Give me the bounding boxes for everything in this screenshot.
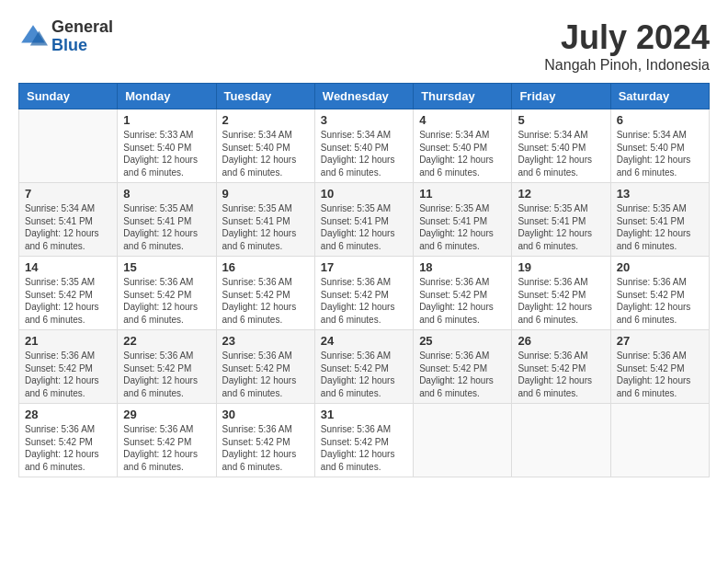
week-row-4: 21 Sunrise: 5:36 AM Sunset: 5:42 PM Dayl… — [19, 330, 710, 404]
day-number: 26 — [518, 334, 604, 348]
day-info: Sunrise: 5:34 AM Sunset: 5:40 PM Dayligh… — [518, 129, 604, 178]
day-number: 1 — [123, 113, 210, 127]
day-number: 22 — [123, 334, 210, 348]
day-number: 5 — [518, 113, 604, 127]
day-number: 24 — [321, 334, 407, 348]
col-thursday: Thursday — [414, 84, 512, 109]
calendar-table: Sunday Monday Tuesday Wednesday Thursday… — [18, 83, 710, 477]
header-row: Sunday Monday Tuesday Wednesday Thursday… — [19, 84, 710, 109]
col-wednesday: Wednesday — [314, 84, 413, 109]
day-info: Sunrise: 5:36 AM Sunset: 5:42 PM Dayligh… — [123, 276, 210, 326]
day-info: Sunrise: 5:36 AM Sunset: 5:42 PM Dayligh… — [123, 423, 210, 473]
day-number: 27 — [617, 334, 703, 348]
week-row-5: 28 Sunrise: 5:36 AM Sunset: 5:42 PM Dayl… — [19, 404, 710, 477]
calendar-cell: 28 Sunrise: 5:36 AM Sunset: 5:42 PM Dayl… — [19, 404, 118, 477]
day-info: Sunrise: 5:35 AM Sunset: 5:41 PM Dayligh… — [123, 202, 210, 252]
calendar-cell — [512, 404, 610, 477]
day-number: 7 — [25, 187, 111, 201]
day-info: Sunrise: 5:36 AM Sunset: 5:42 PM Dayligh… — [222, 423, 309, 473]
day-number: 12 — [518, 187, 604, 201]
calendar-cell: 3 Sunrise: 5:34 AM Sunset: 5:40 PM Dayli… — [314, 109, 413, 183]
calendar-cell: 23 Sunrise: 5:36 AM Sunset: 5:42 PM Dayl… — [216, 330, 314, 404]
calendar-cell: 17 Sunrise: 5:36 AM Sunset: 5:42 PM Dayl… — [314, 257, 413, 330]
day-number: 15 — [123, 260, 210, 274]
calendar-cell: 30 Sunrise: 5:36 AM Sunset: 5:42 PM Dayl… — [216, 404, 314, 477]
day-number: 23 — [222, 334, 309, 348]
calendar-cell: 31 Sunrise: 5:36 AM Sunset: 5:42 PM Dayl… — [314, 404, 413, 477]
day-info: Sunrise: 5:34 AM Sunset: 5:40 PM Dayligh… — [222, 129, 309, 178]
calendar-cell: 18 Sunrise: 5:36 AM Sunset: 5:42 PM Dayl… — [414, 257, 512, 330]
day-info: Sunrise: 5:33 AM Sunset: 5:40 PM Dayligh… — [123, 129, 210, 178]
month-year-title: July 2024 — [544, 18, 710, 57]
calendar-cell: 14 Sunrise: 5:35 AM Sunset: 5:42 PM Dayl… — [19, 257, 118, 330]
day-number: 19 — [518, 260, 604, 274]
calendar-cell — [414, 404, 512, 477]
calendar-cell: 19 Sunrise: 5:36 AM Sunset: 5:42 PM Dayl… — [512, 257, 610, 330]
calendar-cell: 15 Sunrise: 5:36 AM Sunset: 5:42 PM Dayl… — [118, 257, 216, 330]
day-info: Sunrise: 5:35 AM Sunset: 5:41 PM Dayligh… — [617, 202, 703, 252]
day-number: 20 — [617, 260, 703, 274]
week-row-1: 1 Sunrise: 5:33 AM Sunset: 5:40 PM Dayli… — [19, 109, 710, 183]
day-info: Sunrise: 5:36 AM Sunset: 5:42 PM Dayligh… — [419, 276, 506, 326]
calendar-cell: 9 Sunrise: 5:35 AM Sunset: 5:41 PM Dayli… — [216, 183, 314, 257]
day-info: Sunrise: 5:36 AM Sunset: 5:42 PM Dayligh… — [222, 276, 309, 326]
calendar-cell: 20 Sunrise: 5:36 AM Sunset: 5:42 PM Dayl… — [610, 257, 709, 330]
day-info: Sunrise: 5:36 AM Sunset: 5:42 PM Dayligh… — [123, 350, 210, 399]
day-number: 9 — [222, 187, 309, 201]
day-info: Sunrise: 5:36 AM Sunset: 5:42 PM Dayligh… — [518, 276, 604, 326]
day-number: 30 — [222, 408, 309, 421]
calendar-cell: 22 Sunrise: 5:36 AM Sunset: 5:42 PM Dayl… — [118, 330, 216, 404]
day-number: 4 — [419, 113, 506, 127]
day-info: Sunrise: 5:36 AM Sunset: 5:42 PM Dayligh… — [419, 350, 506, 399]
col-saturday: Saturday — [610, 84, 709, 109]
calendar-cell: 25 Sunrise: 5:36 AM Sunset: 5:42 PM Dayl… — [414, 330, 512, 404]
calendar-cell: 8 Sunrise: 5:35 AM Sunset: 5:41 PM Dayli… — [118, 183, 216, 257]
col-sunday: Sunday — [19, 84, 118, 109]
day-info: Sunrise: 5:36 AM Sunset: 5:42 PM Dayligh… — [321, 423, 407, 473]
col-tuesday: Tuesday — [216, 84, 314, 109]
calendar-cell: 7 Sunrise: 5:34 AM Sunset: 5:41 PM Dayli… — [19, 183, 118, 257]
calendar-cell: 24 Sunrise: 5:36 AM Sunset: 5:42 PM Dayl… — [314, 330, 413, 404]
calendar-cell: 21 Sunrise: 5:36 AM Sunset: 5:42 PM Dayl… — [19, 330, 118, 404]
col-monday: Monday — [118, 84, 216, 109]
day-info: Sunrise: 5:36 AM Sunset: 5:42 PM Dayligh… — [518, 350, 604, 399]
title-section: July 2024 Nangah Pinoh, Indonesia — [544, 18, 710, 74]
day-info: Sunrise: 5:36 AM Sunset: 5:42 PM Dayligh… — [321, 350, 407, 399]
calendar-cell — [19, 109, 118, 183]
day-number: 6 — [617, 113, 703, 127]
calendar-cell: 27 Sunrise: 5:36 AM Sunset: 5:42 PM Dayl… — [610, 330, 709, 404]
location-text: Nangah Pinoh, Indonesia — [544, 57, 710, 74]
day-info: Sunrise: 5:35 AM Sunset: 5:41 PM Dayligh… — [222, 202, 309, 252]
logo-general-text: General — [51, 18, 113, 37]
day-info: Sunrise: 5:36 AM Sunset: 5:42 PM Dayligh… — [25, 423, 111, 473]
day-info: Sunrise: 5:36 AM Sunset: 5:42 PM Dayligh… — [321, 276, 407, 326]
calendar-cell: 10 Sunrise: 5:35 AM Sunset: 5:41 PM Dayl… — [314, 183, 413, 257]
week-row-2: 7 Sunrise: 5:34 AM Sunset: 5:41 PM Dayli… — [19, 183, 710, 257]
day-info: Sunrise: 5:34 AM Sunset: 5:40 PM Dayligh… — [321, 129, 407, 178]
logo-icon — [18, 22, 48, 52]
day-info: Sunrise: 5:36 AM Sunset: 5:42 PM Dayligh… — [617, 276, 703, 326]
logo-blue-text: Blue — [51, 37, 113, 55]
day-number: 17 — [321, 260, 407, 274]
day-number: 21 — [25, 334, 111, 348]
calendar-cell: 29 Sunrise: 5:36 AM Sunset: 5:42 PM Dayl… — [118, 404, 216, 477]
day-info: Sunrise: 5:34 AM Sunset: 5:41 PM Dayligh… — [25, 202, 111, 252]
page-header: General Blue July 2024 Nangah Pinoh, Ind… — [18, 18, 710, 74]
day-number: 31 — [321, 408, 407, 421]
calendar-header: Sunday Monday Tuesday Wednesday Thursday… — [19, 84, 710, 109]
day-number: 11 — [419, 187, 506, 201]
day-info: Sunrise: 5:35 AM Sunset: 5:42 PM Dayligh… — [25, 276, 111, 326]
col-friday: Friday — [512, 84, 610, 109]
day-number: 29 — [123, 408, 210, 421]
day-number: 28 — [25, 408, 111, 421]
day-number: 18 — [419, 260, 506, 274]
day-number: 13 — [617, 187, 703, 201]
day-info: Sunrise: 5:35 AM Sunset: 5:41 PM Dayligh… — [518, 202, 604, 252]
day-info: Sunrise: 5:35 AM Sunset: 5:41 PM Dayligh… — [321, 202, 407, 252]
calendar-cell: 13 Sunrise: 5:35 AM Sunset: 5:41 PM Dayl… — [610, 183, 709, 257]
day-info: Sunrise: 5:36 AM Sunset: 5:42 PM Dayligh… — [222, 350, 309, 399]
day-number: 10 — [321, 187, 407, 201]
day-number: 25 — [419, 334, 506, 348]
day-info: Sunrise: 5:36 AM Sunset: 5:42 PM Dayligh… — [617, 350, 703, 399]
logo-text: General Blue — [51, 18, 113, 55]
